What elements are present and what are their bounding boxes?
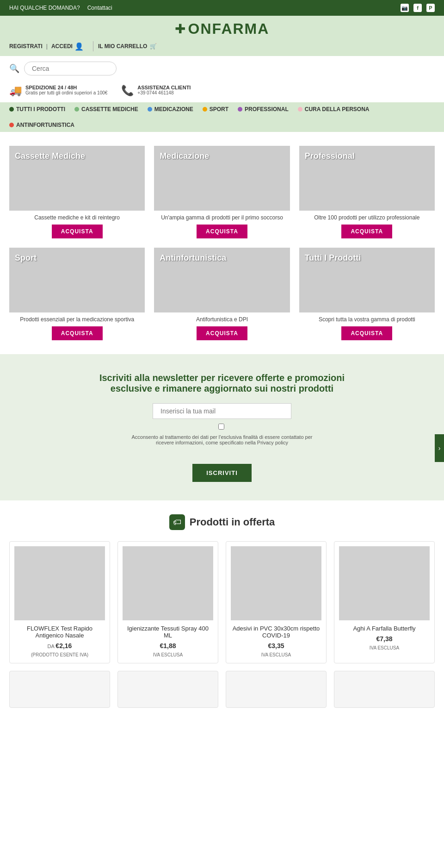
consent-row bbox=[9, 424, 435, 430]
category-btn-2[interactable]: ACQUISTA bbox=[341, 225, 392, 238]
facebook-icon[interactable]: f bbox=[413, 4, 422, 12]
category-img-3: Sport bbox=[9, 248, 145, 312]
nav-item-cassette-mediche[interactable]: CASSETTE MEDICHE bbox=[74, 106, 138, 112]
product-name-1: Igienizzante Tessuti Spray 400 ML bbox=[123, 625, 213, 639]
phone-icon: 📞 bbox=[121, 85, 134, 97]
category-desc-3: Prodotti essenziali per la medicazione s… bbox=[18, 316, 136, 323]
contact-link[interactable]: Contattaci bbox=[87, 5, 112, 11]
register-login: REGISTRATI | ACCEDI 👤 bbox=[9, 42, 84, 51]
categories-grid: Cassette MedicheCassette mediche e kit d… bbox=[9, 146, 435, 340]
user-icon: 👤 bbox=[74, 42, 84, 51]
product-card-partial-3 bbox=[226, 671, 327, 708]
product-name-0: FLOWFLEX Test Rapido Antigenico Nasale bbox=[14, 625, 105, 639]
nav-item-medicazione[interactable]: MEDICAZIONE bbox=[148, 106, 193, 112]
logo-text: ONFARMA bbox=[188, 20, 270, 37]
products-header: 🏷 Prodotti in offerta bbox=[9, 514, 435, 530]
product-img-3 bbox=[339, 546, 430, 620]
category-title-1: Medicazione bbox=[160, 151, 209, 161]
consent-text: Acconsento al trattamento dei dati per l… bbox=[125, 434, 319, 445]
nav-dot-3 bbox=[203, 107, 207, 112]
category-btn-0[interactable]: ACQUISTA bbox=[52, 225, 103, 238]
products-row-2 bbox=[9, 671, 435, 708]
product-name-3: Aghi A Farfalla Butterfly bbox=[353, 625, 415, 632]
category-btn-3[interactable]: ACQUISTA bbox=[52, 326, 103, 340]
nav-item-antinfortunistica[interactable]: ANTINFORTUNISTICA bbox=[9, 122, 74, 128]
category-card-4: AntinfortunisticaAntifortunistica e DPIA… bbox=[154, 248, 290, 340]
product-price-row-1: €1,88IVA ESCLUSA bbox=[153, 642, 183, 658]
product-price-row-2: €3,35IVA ESCLUSA bbox=[261, 642, 291, 658]
category-desc-4: Antifortunistica e DPI bbox=[194, 316, 250, 323]
search-input[interactable] bbox=[24, 62, 117, 75]
category-btn-5[interactable]: ACQUISTA bbox=[341, 326, 392, 340]
products-grid: FLOWFLEX Test Rapido Antigenico NasaleDA… bbox=[9, 541, 435, 663]
sidebar-arrow[interactable]: › bbox=[435, 434, 444, 462]
search-section: 🔍 bbox=[0, 56, 444, 81]
logo: ✚ ONFARMA bbox=[175, 20, 270, 37]
nav-label-6: ANTINFORTUNISTICA bbox=[16, 122, 74, 128]
cart-label: IL MIO CARRELLO bbox=[98, 43, 147, 50]
category-btn-1[interactable]: ACQUISTA bbox=[197, 225, 247, 238]
subscribe-button[interactable]: ISCRIVITI bbox=[192, 464, 252, 482]
nav-item-tutti-i-prodotti[interactable]: TUTTI I PRODOTTI bbox=[9, 106, 65, 112]
category-img-0: Cassette Mediche bbox=[9, 146, 145, 211]
category-img-5: Tutti I Prodotti bbox=[299, 248, 435, 312]
category-title-0: Cassette Mediche bbox=[15, 151, 85, 161]
newsletter-email-input[interactable] bbox=[153, 403, 291, 419]
category-card-0: Cassette MedicheCassette mediche e kit d… bbox=[9, 146, 145, 238]
product-card-1: Igienizzante Tessuti Spray 400 ML€1,88IV… bbox=[117, 541, 218, 663]
category-card-5: Tutti I ProdottiScopri tutta la vostra g… bbox=[299, 248, 435, 340]
instagram-icon[interactable]: 📷 bbox=[401, 4, 409, 12]
shipping-subtitle: Gratis per tutti gli ordini superiori a … bbox=[25, 90, 107, 95]
support-subtitle: +39 0744 461148 bbox=[137, 90, 191, 95]
newsletter-form bbox=[9, 403, 435, 419]
top-bar: HAI QUALCHE DOMANDA? Contattaci 📷 f P bbox=[0, 0, 444, 16]
product-img-2 bbox=[231, 546, 321, 620]
product-card-partial-4 bbox=[334, 671, 435, 708]
product-card-2: Adesivi in PVC 30x30cm rispetto COVID-19… bbox=[226, 541, 327, 663]
register-link[interactable]: REGISTRATI bbox=[9, 43, 43, 50]
product-card-0: FLOWFLEX Test Rapido Antigenico NasaleDA… bbox=[9, 541, 110, 663]
support-title: ASSISTENZA CLIENTI bbox=[137, 85, 191, 90]
tag-icon: 🏷 bbox=[173, 518, 181, 527]
product-price-1: €1,88 bbox=[160, 642, 176, 649]
login-link[interactable]: ACCEDI bbox=[51, 43, 73, 50]
nav-label-2: MEDICAZIONE bbox=[154, 106, 193, 112]
nav-label-0: TUTTI I PRODOTTI bbox=[16, 106, 65, 112]
top-bar-right: 📷 f P bbox=[401, 4, 435, 12]
category-title-4: Antinfortunistica bbox=[160, 253, 226, 263]
shipping-text: SPEDIZIONE 24 / 48H Gratis per tutti gli… bbox=[25, 85, 107, 95]
category-img-1: Medicazione bbox=[154, 146, 290, 211]
product-card-partial-2 bbox=[117, 671, 218, 708]
product-price-0: €2,16 bbox=[56, 642, 72, 649]
price-suffix-3: IVA ESCLUSA bbox=[370, 645, 399, 650]
category-btn-4[interactable]: ACQUISTA bbox=[197, 326, 247, 340]
nav-dot-4 bbox=[238, 107, 242, 112]
nav-item-sport[interactable]: SPORT bbox=[203, 106, 228, 112]
price-suffix-1: IVA ESCLUSA bbox=[153, 652, 183, 657]
category-desc-2: Oltre 100 prodotti per utilizzo professi… bbox=[312, 214, 422, 221]
search-icon: 🔍 bbox=[9, 63, 19, 74]
category-card-1: MedicazioneUn'ampia gamma di prodotti pe… bbox=[154, 146, 290, 238]
question-text: HAI QUALCHE DOMANDA? bbox=[9, 5, 80, 11]
nav-item-professional[interactable]: PROFESSIONAL bbox=[238, 106, 289, 112]
nav-item-cura-della-persona[interactable]: CURA DELLA PERSONA bbox=[298, 106, 370, 112]
separator: | bbox=[46, 43, 48, 50]
categories-section: Cassette MedicheCassette mediche e kit d… bbox=[0, 132, 444, 354]
cart-button[interactable]: IL MIO CARRELLO 🛒 bbox=[93, 41, 161, 51]
pinterest-icon[interactable]: P bbox=[426, 4, 435, 12]
nav-label-1: CASSETTE MEDICHE bbox=[81, 106, 138, 112]
products-section: 🏷 Prodotti in offerta FLOWFLEX Test Rapi… bbox=[0, 500, 444, 722]
nav-label-5: CURA DELLA PERSONA bbox=[305, 106, 370, 112]
consent-checkbox[interactable] bbox=[218, 424, 224, 430]
info-bar: 🚚 SPEDIZIONE 24 / 48H Gratis per tutti g… bbox=[0, 81, 444, 102]
product-card-partial-1 bbox=[9, 671, 110, 708]
product-price-row-3: €7,38IVA ESCLUSA bbox=[370, 635, 399, 651]
newsletter-title: Iscriviti alla newsletter per ricevere o… bbox=[83, 373, 361, 394]
truck-icon: 🚚 bbox=[9, 85, 22, 97]
cart-icon: 🛒 bbox=[150, 43, 157, 50]
nav-dot-1 bbox=[74, 107, 79, 112]
newsletter-section: Iscriviti alla newsletter per ricevere o… bbox=[0, 354, 444, 500]
nav-label-3: SPORT bbox=[210, 106, 228, 112]
category-card-2: ProfessionalOltre 100 prodotti per utili… bbox=[299, 146, 435, 238]
price-suffix-0: (PRODOTTO ESENTE IVA) bbox=[31, 652, 88, 657]
